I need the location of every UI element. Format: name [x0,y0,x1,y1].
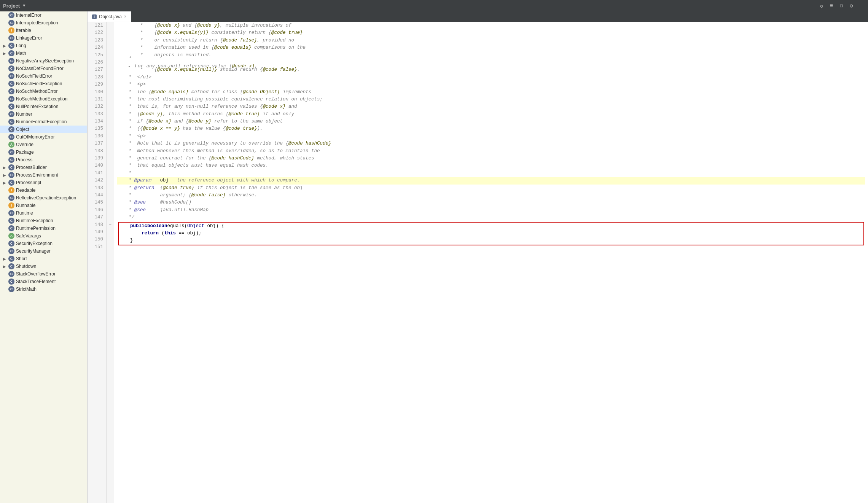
sidebar-item-label: NoClassDefFoundError [16,66,64,71]
code-line-130: * The {@code equals} method for class {@… [117,89,865,96]
code-container[interactable]: 1211221231241251261271281291301311321331… [88,22,868,503]
sidebar-item-runtimeexception[interactable]: CRuntimeException [0,217,87,224]
c-class-icon: C [8,172,14,178]
line-number-145: 145 [91,199,103,206]
sidebar-item-short[interactable]: ▶CShort [0,255,87,263]
sidebar-item-iterable[interactable]: IIterable [0,27,87,34]
sidebar-item-runtimepermission[interactable]: CRuntimePermission [0,224,87,232]
code-line-128: * </ul> [117,74,865,81]
sidebar-item-negativearraysizeexception[interactable]: CNegativeArraySizeException [0,57,87,65]
sidebar-item-readable[interactable]: IReadable [0,186,87,194]
sidebar-item-safevarargs[interactable]: ASafeVarargs [0,232,87,240]
line-number-142: 142 [91,177,103,184]
sidebar-item-interruptedexception[interactable]: CInterruptedException [0,19,87,27]
c-class-icon: C [8,225,14,231]
i-class-icon: I [8,202,14,209]
sidebar-item-long[interactable]: ▶CLong [0,42,87,49]
sidebar-item-strictmath[interactable]: CStrictMath [0,285,87,293]
project-dropdown-icon[interactable]: ▼ [23,3,25,8]
minimize-icon[interactable]: — [857,3,865,9]
sidebar-item-object[interactable]: CObject [0,126,87,133]
gutter-146 [107,207,114,214]
line-number-124: 124 [91,44,103,51]
sidebar-item-reflectiveoperationexception[interactable]: CReflectiveOperationException [0,194,87,202]
sidebar-item-runtime[interactable]: CRuntime [0,209,87,217]
tab-object-java[interactable]: J Object.java × [88,11,131,22]
gutter-129 [107,81,114,88]
sidebar-item-processbuilder[interactable]: ▶CProcessBuilder [0,164,87,171]
sidebar-item-override[interactable]: AOverride [0,141,87,148]
sidebar-item-nosuchmethodexception[interactable]: CNoSuchMethodException [0,95,87,103]
sidebar-item-label: Process [16,157,32,162]
sidebar-item-nosuchfielderror[interactable]: CNoSuchFieldError [0,72,87,80]
settings-icon[interactable]: ⚙ [847,3,855,9]
c-class-icon: C [8,119,14,125]
sidebar-item-label: ProcessBuilder [16,165,47,170]
sidebar-item-package[interactable]: CPackage [0,148,87,156]
c-class-icon: C [8,240,14,247]
c-class-icon: C [8,286,14,292]
c-class-icon: C [8,271,14,277]
c-class-icon: C [8,20,14,26]
c-class-icon: C [8,103,14,110]
sidebar-item-noclassdeffounderror[interactable]: CNoClassDefFoundError [0,65,87,72]
line-numbers: 1211221231241251261271281291301311321331… [88,22,107,503]
sidebar-item-label: Long [16,43,26,48]
tab-bar: J Object.java × [88,11,868,22]
sidebar-item-stackoverflowerror[interactable]: CStackOverflowError [0,270,87,278]
sidebar-item-label: SecurityManager [16,248,51,254]
sidebar-item-runnable[interactable]: IRunnable [0,202,87,209]
code-line-148: public boolean equals(Object obj) { [119,223,863,230]
c-class-icon: C [8,263,14,269]
tab-close-button[interactable]: × [124,14,126,19]
editor-area: J Object.java × 121122123124125126127128… [88,11,868,503]
code-line-143: * @return {@code true} if this object is… [117,185,865,192]
sidebar-item-math[interactable]: ▶CMath [0,49,87,57]
line-number-127: 127 [91,66,103,73]
line-number-143: 143 [91,185,103,192]
collapse-icon[interactable]: ≡ [828,3,835,9]
sidebar-item-label: SafeVarargs [16,233,41,239]
sidebar-item-processenvironment[interactable]: ▶CProcessEnvironment [0,171,87,179]
sidebar-item-processimpl[interactable]: ▶CProcessImpl [0,179,87,186]
gutter-130 [107,89,114,96]
gutter-134 [107,118,114,125]
gutter-138 [107,148,114,155]
sidebar-item-internalerror[interactable]: CInternalError [0,11,87,19]
sidebar-item-label: Runnable [16,203,35,208]
code-line-134: * if {@code x} and {@code y} refer to th… [117,118,865,125]
line-number-151: 151 [91,244,103,251]
sidebar-item-outofmemoryerror[interactable]: COutOfMemoryError [0,133,87,141]
sidebar-item-linkageerror[interactable]: CLinkageError [0,34,87,42]
c-class-icon: C [8,256,14,262]
tree-arrow-icon: ▶ [3,51,8,56]
sidebar-item-shutdown[interactable]: ▶CShutdown [0,263,87,270]
sidebar-item-numberformatexception[interactable]: CNumberFormatException [0,118,87,126]
sidebar-item-process[interactable]: CProcess [0,156,87,164]
gutter-145 [107,199,114,206]
sidebar-item-nosuchmethoderror[interactable]: CNoSuchMethodError [0,88,87,95]
line-number-135: 135 [91,125,103,132]
code-line-126: * For any non-null reference value {@cod… [117,59,865,66]
sidebar-item-stacktraceelement[interactable]: CStackTraceElement [0,278,87,285]
gutter-128 [107,74,114,81]
gutter-149 [107,229,114,236]
sidebar-item-number[interactable]: CNumber [0,110,87,118]
line-number-126: 126 [91,59,103,66]
line-number-148: 148 [91,221,103,229]
code-line-137: * Note that it is generally necessary to… [117,140,865,147]
tree-arrow-icon: ▶ [3,257,8,261]
sidebar-item-securitymanager[interactable]: CSecurityManager [0,247,87,255]
expand-icon[interactable]: ⊟ [838,3,845,9]
line-number-150: 150 [91,236,103,243]
red-box-wrapper: public boolean equals(Object obj) { retu… [118,222,864,245]
c-class-icon: C [8,218,14,224]
line-number-139: 139 [91,155,103,162]
code-line-136: * <p> [117,133,865,140]
sidebar-item-securityexception[interactable]: CSecurityException [0,240,87,247]
sidebar-item-nosuchfieldexception[interactable]: CNoSuchFieldException [0,80,87,88]
c-class-icon: C [8,88,14,94]
sidebar-item-nullpointerexception[interactable]: CNullPointerException [0,103,87,110]
sync-icon[interactable]: ↻ [818,3,825,9]
tree-arrow-icon: ▶ [3,173,8,177]
